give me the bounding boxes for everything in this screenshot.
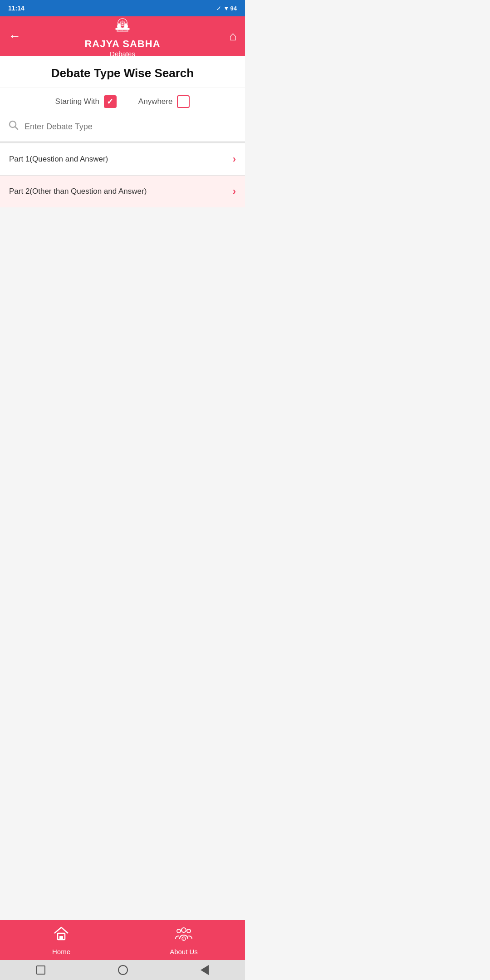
debate-type-input[interactable] — [24, 122, 237, 132]
list-item-arrow: › — [233, 153, 236, 165]
status-bar: 11:14 ⟋ ▾ 94 — [0, 0, 245, 16]
starting-with-option[interactable]: Starting With — [55, 95, 117, 108]
search-options: Starting With Anywhere — [0, 88, 245, 113]
signal-icon: ⟋ — [216, 5, 222, 12]
header-subtitle: Debates — [110, 50, 135, 58]
starting-with-label: Starting With — [55, 97, 99, 106]
battery-icon: 94 — [230, 5, 237, 12]
back-button[interactable]: ← — [8, 29, 28, 44]
svg-text:RAJYA SABHA: RAJYA SABHA — [118, 30, 127, 32]
anywhere-checkbox[interactable] — [177, 95, 190, 108]
anywhere-option[interactable]: Anywhere — [138, 95, 190, 108]
starting-with-checkbox[interactable] — [104, 95, 117, 108]
search-icon — [8, 120, 19, 133]
list-item-text: Part 1(Question and Answer) — [9, 155, 108, 164]
emblem-icon: RAJYA SABHA — [111, 15, 134, 39]
header-center: RAJYA SABHA RAJYA SABHA Debates — [28, 15, 217, 57]
svg-line-15 — [15, 127, 18, 130]
svg-point-4 — [118, 24, 120, 26]
home-button[interactable]: ⌂ — [217, 29, 237, 44]
svg-point-5 — [125, 24, 127, 26]
header-title: RAJYA SABHA — [84, 39, 160, 49]
main-content — [0, 207, 245, 425]
page-title: Debate Type Wise Search — [0, 56, 245, 88]
anywhere-label: Anywhere — [138, 97, 173, 106]
search-container — [0, 113, 245, 142]
list-item[interactable]: Part 2(Other than Question and Answer) › — [0, 176, 245, 207]
app-header: ← RAJYA SABHA RAJYA SABHA — [0, 16, 245, 56]
wifi-icon: ▾ — [225, 5, 228, 12]
debate-type-list: Part 1(Question and Answer) › Part 2(Oth… — [0, 143, 245, 207]
list-item[interactable]: Part 1(Question and Answer) › — [0, 143, 245, 176]
list-item-text: Part 2(Other than Question and Answer) — [9, 187, 147, 196]
svg-rect-1 — [115, 28, 129, 30]
status-time: 11:14 — [8, 5, 24, 12]
status-icons: ⟋ ▾ 94 — [216, 5, 237, 12]
list-item-arrow: › — [233, 186, 236, 197]
